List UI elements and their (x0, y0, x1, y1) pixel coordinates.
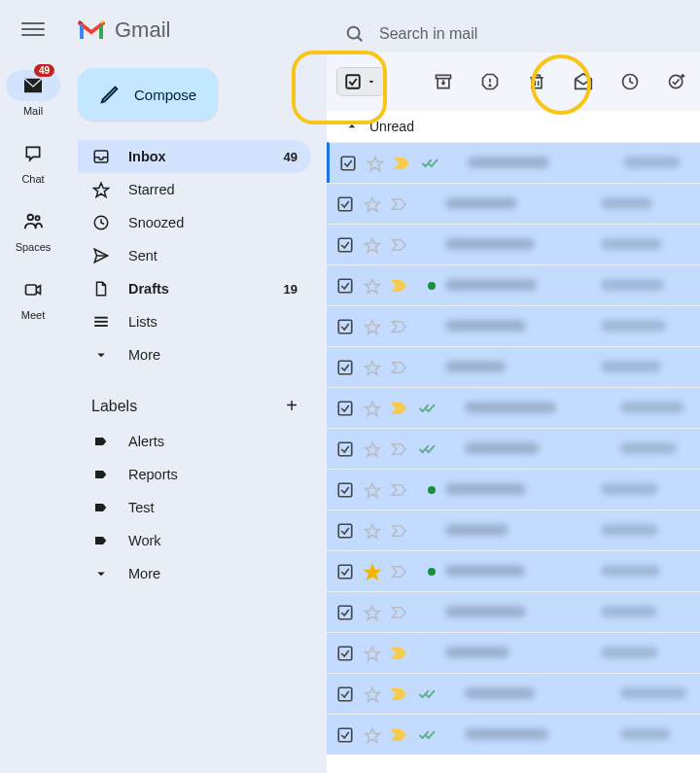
row-checkbox[interactable] (336, 645, 354, 662)
nav-item-drafts[interactable]: Drafts19 (78, 272, 311, 305)
snooze-button[interactable] (611, 62, 649, 101)
star-button[interactable] (364, 685, 381, 703)
sender (465, 726, 611, 744)
row-checkbox[interactable] (339, 155, 357, 172)
message-row[interactable] (327, 305, 700, 346)
nav-item-more[interactable]: More (78, 338, 311, 371)
message-row[interactable] (327, 469, 700, 509)
importance-marker[interactable] (391, 361, 408, 374)
importance-marker[interactable] (391, 238, 408, 252)
label-item-test[interactable]: Test (78, 491, 311, 524)
nav-item-lists[interactable]: Lists (78, 305, 311, 338)
select-all-dropdown[interactable] (336, 67, 385, 96)
star-button[interactable] (364, 318, 381, 335)
star-button[interactable] (364, 604, 381, 621)
rail-item-spaces[interactable]: Spaces (6, 206, 60, 253)
importance-marker[interactable] (391, 442, 408, 456)
star-button[interactable] (364, 400, 381, 417)
row-checkbox[interactable] (336, 277, 354, 295)
main-menu-button[interactable] (21, 18, 45, 41)
sender (465, 440, 611, 458)
row-checkbox[interactable] (336, 481, 354, 499)
message-row[interactable] (327, 142, 700, 183)
importance-marker[interactable] (391, 687, 408, 701)
rail-item-chat[interactable]: Chat (6, 138, 60, 185)
row-checkbox[interactable] (336, 195, 354, 213)
row-checkbox[interactable] (336, 440, 354, 458)
importance-marker[interactable] (391, 197, 408, 211)
more-icon (91, 346, 111, 364)
message-row[interactable] (327, 550, 700, 591)
star-button[interactable] (364, 563, 381, 580)
star-button[interactable] (364, 645, 381, 662)
message-row[interactable] (327, 591, 700, 632)
row-checkbox[interactable] (336, 685, 354, 703)
nav-item-starred[interactable]: Starred (78, 173, 311, 206)
report-spam-button[interactable] (471, 62, 509, 101)
importance-marker[interactable] (394, 157, 411, 170)
star-button[interactable] (364, 440, 381, 458)
importance-marker[interactable] (391, 402, 408, 415)
rail-item-mail[interactable]: Mail49 (6, 70, 60, 117)
message-row[interactable] (327, 387, 700, 428)
label-item-work[interactable]: Work (78, 524, 311, 557)
search-bar[interactable]: Search in mail (331, 14, 700, 54)
message-row[interactable] (327, 264, 700, 305)
nav-item-sent[interactable]: Sent (78, 239, 311, 272)
star-button[interactable] (364, 481, 381, 499)
row-checkbox[interactable] (336, 726, 354, 744)
presence-dot (428, 486, 436, 494)
message-row[interactable] (327, 183, 700, 224)
mark-as-read-button[interactable] (564, 62, 603, 101)
svg-marker-52 (366, 728, 380, 742)
row-checkbox[interactable] (336, 236, 354, 254)
delete-button[interactable] (517, 62, 556, 101)
nav-item-snoozed[interactable]: Snoozed (78, 206, 311, 239)
message-row[interactable] (327, 632, 700, 673)
importance-marker[interactable] (391, 279, 408, 293)
row-checkbox[interactable] (336, 400, 354, 417)
nav-item-inbox[interactable]: Inbox49 (78, 140, 311, 173)
star-button[interactable] (364, 359, 381, 376)
message-row[interactable] (327, 509, 700, 550)
gmail-logo[interactable]: Gmail (78, 18, 170, 43)
importance-marker[interactable] (391, 483, 408, 497)
message-row[interactable] (327, 224, 700, 264)
importance-marker[interactable] (391, 524, 408, 538)
star-button[interactable] (364, 726, 381, 744)
importance-marker[interactable] (391, 728, 408, 742)
star-button[interactable] (364, 236, 381, 254)
importance-marker[interactable] (391, 606, 408, 619)
message-row[interactable] (327, 714, 700, 755)
rail-item-meet[interactable]: Meet (6, 274, 60, 321)
svg-rect-43 (338, 565, 352, 579)
star-button[interactable] (364, 522, 381, 540)
row-checkbox[interactable] (336, 563, 354, 580)
unread-section-header[interactable]: Unread (327, 111, 700, 142)
label-item-reports[interactable]: Reports (78, 458, 311, 491)
label-item-more[interactable]: More (78, 557, 311, 590)
svg-point-1 (35, 216, 39, 220)
row-checkbox[interactable] (336, 318, 354, 335)
starred-icon (91, 181, 111, 198)
row-checkbox[interactable] (336, 359, 354, 376)
compose-button[interactable]: Compose (78, 68, 218, 121)
svg-line-4 (358, 37, 362, 41)
add-to-tasks-button[interactable] (657, 62, 696, 101)
label-item-alerts[interactable]: Alerts (78, 425, 311, 458)
sender (445, 236, 591, 254)
star-button[interactable] (364, 195, 381, 213)
importance-marker[interactable] (391, 320, 408, 334)
add-label-button[interactable]: + (286, 395, 298, 417)
star-button[interactable] (367, 155, 384, 172)
row-checkbox[interactable] (336, 604, 354, 621)
star-button[interactable] (364, 277, 381, 295)
svg-rect-35 (338, 402, 352, 415)
message-row[interactable] (327, 346, 700, 387)
message-row[interactable] (327, 673, 700, 714)
message-row[interactable] (327, 428, 700, 469)
row-checkbox[interactable] (336, 522, 354, 540)
importance-marker[interactable] (391, 647, 408, 660)
importance-marker[interactable] (391, 565, 408, 579)
archive-button[interactable] (424, 62, 463, 101)
